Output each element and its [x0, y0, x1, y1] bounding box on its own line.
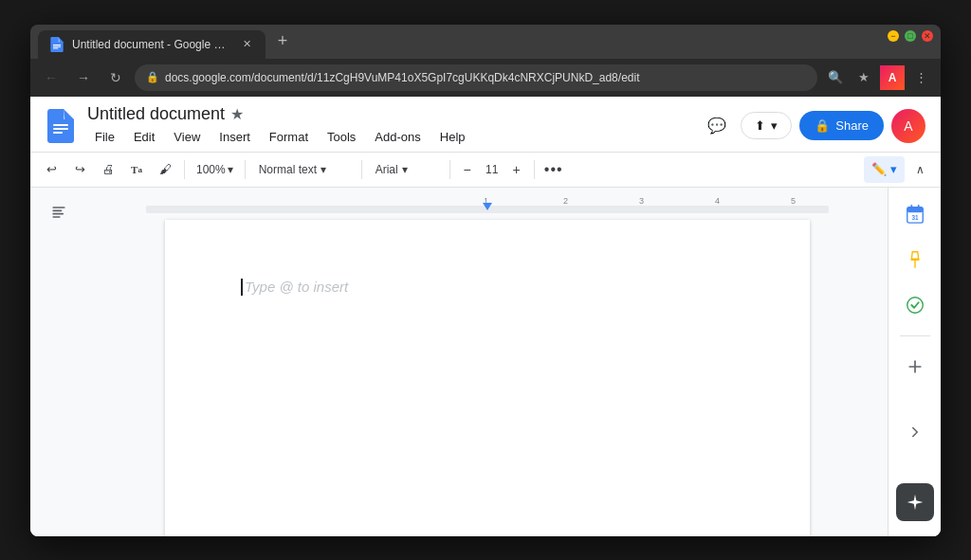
- svg-rect-5: [52, 212, 64, 214]
- comment-button[interactable]: 💬: [701, 110, 733, 142]
- zoom-value: 100%: [196, 163, 226, 176]
- menu-file[interactable]: File: [87, 126, 122, 148]
- svg-rect-4: [52, 209, 62, 211]
- minimize-label: −: [890, 31, 895, 41]
- document-outline-button[interactable]: [42, 195, 76, 229]
- font-arrow-icon: ▾: [402, 163, 408, 176]
- docs-toolbar: ↩ ↪ 🖨 Ta 🖌 100% ▾ Normal text ▾ Arial ▾ …: [30, 153, 941, 188]
- menu-format[interactable]: Format: [262, 126, 316, 148]
- expand-sidebar-button[interactable]: [896, 413, 934, 451]
- zoom-arrow-icon: ▾: [228, 163, 233, 176]
- lock-share-icon: 🔒: [815, 118, 830, 133]
- menu-view[interactable]: View: [166, 126, 208, 148]
- svg-rect-3: [52, 207, 64, 208]
- google-calendar-button[interactable]: 31: [896, 195, 934, 233]
- menu-help[interactable]: Help: [432, 126, 473, 148]
- suggest-edit-button[interactable]: ⬆ ▾: [741, 112, 792, 139]
- suggest-arrow: ▾: [771, 118, 778, 133]
- font-family-selector[interactable]: Arial ▾: [368, 156, 444, 183]
- svg-text:31: 31: [911, 214, 919, 221]
- docs-scroll-area[interactable]: 1 2 3 4 5 Type @ to insert: [87, 188, 888, 536]
- spell-check-button[interactable]: Ta: [123, 156, 150, 183]
- back-button[interactable]: ←: [38, 64, 64, 91]
- font-size-increase-button[interactable]: +: [505, 158, 528, 181]
- bookmark-star-icon[interactable]: ★: [852, 65, 876, 90]
- zoom-selector[interactable]: 100% ▾: [191, 156, 239, 183]
- google-keep-button[interactable]: [896, 241, 934, 279]
- window-minimize-button[interactable]: −: [888, 30, 899, 42]
- browser-window: Untitled document - Google Do... ✕ + − □…: [30, 25, 941, 536]
- docs-topbar: Untitled document ★ File Edit View Inser…: [30, 97, 941, 153]
- toolbar-separator-5: [534, 160, 535, 179]
- user-avatar[interactable]: A: [891, 109, 925, 143]
- address-bar-icons: 🔍 ★ A ⋮: [823, 65, 933, 90]
- menu-tools[interactable]: Tools: [320, 126, 363, 148]
- more-options-icon[interactable]: ⋮: [908, 65, 933, 90]
- tab-favicon: [49, 37, 64, 52]
- suggest-icon: ⬆: [755, 118, 765, 133]
- docs-logo: [46, 107, 76, 145]
- toolbar-separator-1: [184, 160, 185, 179]
- redo-button[interactable]: ↪: [66, 156, 93, 183]
- font-size-value[interactable]: 11: [481, 163, 504, 176]
- paint-format-button[interactable]: 🖌: [152, 156, 178, 183]
- toolbar-separator-3: [361, 160, 362, 179]
- undo-button[interactable]: ↩: [38, 156, 64, 183]
- ruler: 1 2 3 4 5: [146, 203, 829, 216]
- style-value: Normal text: [259, 163, 317, 176]
- more-formatting-button[interactable]: •••: [540, 156, 567, 183]
- add-addon-button[interactable]: [896, 348, 934, 386]
- share-button[interactable]: 🔒 Share: [799, 111, 884, 140]
- docs-actions: 💬 ⬆ ▾ 🔒 Share A: [701, 109, 925, 143]
- document-title[interactable]: Untitled document: [87, 104, 225, 124]
- docs-title-area: Untitled document ★ File Edit View Inser…: [87, 104, 689, 148]
- url-bar[interactable]: 🔒 docs.google.com/document/d/11zCgH9VuMP…: [135, 64, 817, 91]
- browser-avatar: A: [880, 65, 905, 90]
- maximize-label: □: [907, 31, 912, 41]
- google-tasks-button[interactable]: [896, 286, 934, 324]
- window-controls: − □ ✕: [888, 30, 933, 42]
- font-value: Arial: [376, 163, 398, 176]
- collapse-toolbar-button[interactable]: ∧: [907, 156, 933, 183]
- url-text: docs.google.com/document/d/11zCgH9VuMP41…: [165, 71, 806, 84]
- text-style-selector[interactable]: Normal text ▾: [251, 156, 356, 183]
- editing-mode-button[interactable]: ✏️ ▾: [864, 156, 905, 183]
- new-tab-button[interactable]: +: [269, 28, 296, 55]
- gemini-fab-button[interactable]: [896, 483, 934, 521]
- menu-addons[interactable]: Add-ons: [367, 126, 428, 148]
- close-label: ✕: [924, 31, 931, 41]
- svg-rect-1: [53, 128, 68, 130]
- svg-rect-0: [53, 124, 68, 126]
- sidebar-divider: [900, 335, 930, 336]
- print-button[interactable]: 🖨: [95, 156, 121, 183]
- edit-mode-area: ✏️ ▾ ∧: [864, 156, 933, 183]
- active-tab[interactable]: Untitled document - Google Do... ✕: [38, 30, 266, 59]
- docs-body: 1 2 3 4 5 Type @ to insert: [30, 188, 941, 536]
- font-size-decrease-button[interactable]: −: [456, 158, 479, 181]
- lock-icon: 🔒: [146, 71, 159, 83]
- cast-icon[interactable]: 🔍: [823, 65, 848, 90]
- editing-arrow-icon: ▾: [890, 162, 897, 176]
- forward-button[interactable]: →: [70, 64, 97, 91]
- window-close-button[interactable]: ✕: [922, 30, 933, 42]
- profile-icon[interactable]: A: [880, 65, 905, 90]
- svg-point-14: [907, 297, 923, 313]
- star-icon[interactable]: ★: [230, 105, 244, 123]
- placeholder-text: Type @ to insert: [245, 277, 348, 298]
- menu-insert[interactable]: Insert: [211, 126, 258, 148]
- document-page[interactable]: Type @ to insert: [165, 220, 810, 536]
- docs-menu: File Edit View Insert Format Tools Add-o…: [87, 126, 689, 148]
- reload-button[interactable]: ↻: [102, 64, 129, 91]
- tab-bar: Untitled document - Google Do... ✕ +: [30, 25, 303, 59]
- tab-title: Untitled document - Google Do...: [72, 38, 231, 51]
- window-maximize-button[interactable]: □: [905, 30, 916, 42]
- svg-rect-2: [53, 132, 63, 134]
- document-placeholder[interactable]: Type @ to insert: [241, 277, 734, 298]
- browser-chrome: Untitled document - Google Do... ✕ + − □…: [30, 25, 941, 97]
- docs-sidebar-left: [30, 188, 87, 536]
- docs-title-row: Untitled document ★: [87, 104, 689, 124]
- tab-close-button[interactable]: ✕: [239, 37, 254, 52]
- style-arrow-icon: ▾: [321, 163, 326, 176]
- tab-bar-row: Untitled document - Google Do... ✕ + − □…: [30, 25, 941, 59]
- menu-edit[interactable]: Edit: [126, 126, 162, 148]
